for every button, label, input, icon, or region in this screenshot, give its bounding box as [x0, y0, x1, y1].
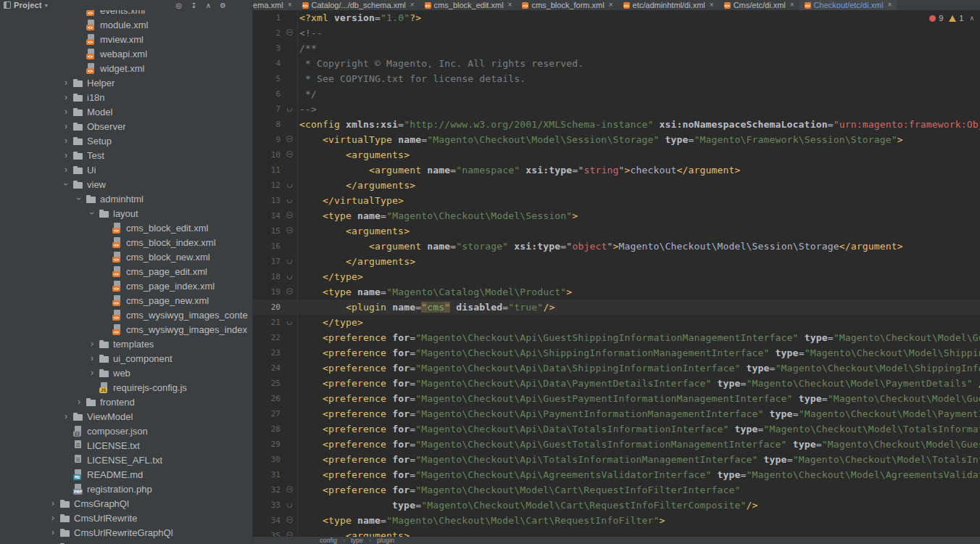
chevron-right-icon[interactable]: ›: [46, 540, 59, 544]
fold-marker[interactable]: [284, 528, 298, 537]
editor-line-10[interactable]: 10 <arguments>: [253, 147, 980, 162]
breadcrumb-item-plugin[interactable]: plugin: [377, 537, 394, 544]
editor-line-20[interactable]: 20 <plugin name="cms" disabled="true"/>: [253, 300, 980, 315]
editor-line-19[interactable]: 19 <type name="Magento\Catalog\Model\Pro…: [253, 284, 980, 300]
locate-file-icon[interactable]: ◎: [176, 1, 183, 9]
editor-tab-checkout-etc-di-xml[interactable]: <>Checkout/etc/di.xml×: [800, 0, 897, 10]
fold-marker[interactable]: [284, 132, 298, 147]
chevron-right-icon[interactable]: ›: [59, 104, 72, 119]
chevron-right-icon[interactable]: ›: [46, 525, 59, 540]
fold-marker[interactable]: [284, 315, 298, 330]
fold-marker[interactable]: [284, 254, 298, 269]
tree-item-registration-php[interactable]: registration.php: [0, 482, 252, 496]
editor-line-33[interactable]: 33 type="Magento\Checkout\Model\Cart\Req…: [253, 498, 980, 513]
chevron-down-icon[interactable]: ›: [59, 178, 73, 191]
editor-tab-cms-block-form-xml[interactable]: <>cms_block_form.xml×: [517, 0, 618, 10]
editor-tab-etc-adminhtml-di-xml[interactable]: <>etc/adminhtml/di.xml×: [618, 0, 719, 10]
fold-marker[interactable]: [284, 482, 298, 498]
editor-line-27[interactable]: 27 <preference for="Magento\Checkout\Api…: [253, 406, 980, 421]
close-icon[interactable]: ×: [609, 1, 613, 9]
tree-item-model[interactable]: ›Model: [0, 104, 252, 119]
editor-line-3[interactable]: 3/**: [253, 41, 980, 56]
editor-line-14[interactable]: 14 <type name="Magento\Checkout\Model\Se…: [253, 208, 980, 223]
tree-item-setup[interactable]: ›Setup: [0, 133, 252, 148]
fold-marker[interactable]: [284, 193, 298, 208]
breadcrumb-item-type[interactable]: type: [351, 537, 363, 544]
tree-item-cms-wysiwyg-images-conte[interactable]: cms_wysiwyg_images_conte: [0, 308, 252, 322]
editor-line-28[interactable]: 28 <preference for="Magento\Checkout\Api…: [253, 421, 980, 437]
editor-line-2[interactable]: 2<!--: [253, 25, 980, 41]
tree-item-ui[interactable]: ›Ui: [0, 162, 252, 177]
tree-item-widget-xml[interactable]: widget.xml: [0, 61, 252, 75]
close-icon[interactable]: ×: [288, 1, 292, 9]
chevron-right-icon[interactable]: ›: [46, 496, 59, 511]
editor-tab-catalog-db-schema-xml[interactable]: <>Catalog/.../db_schema.xml×: [297, 0, 420, 10]
editor-tab-cms-etc-di-xml[interactable]: <>Cms/etc/di.xml×: [719, 0, 800, 10]
editor-line-11[interactable]: 11 <argument name="namespace" xsi:type="…: [253, 162, 980, 178]
editor-line-1[interactable]: 1<?xml version="1.0"?>: [253, 10, 980, 25]
tree-item-cmsurlrewritegraphql[interactable]: ›CmsUrlRewriteGraphQl: [0, 525, 252, 540]
fold-marker[interactable]: [284, 147, 298, 162]
chevron-right-icon[interactable]: ›: [59, 119, 72, 133]
tree-item-readme-md[interactable]: README.md: [0, 467, 252, 482]
editor-line-9[interactable]: 9 <virtualType name="Magento\Checkout\Mo…: [253, 132, 980, 147]
tree-item-cmsurlrewrite[interactable]: ›CmsUrlRewrite: [0, 511, 252, 525]
chevron-right-icon[interactable]: ›: [46, 511, 59, 525]
close-icon[interactable]: ×: [508, 1, 512, 9]
tree-item-mview-xml[interactable]: mview.xml: [0, 32, 252, 46]
tree-item-test[interactable]: ›Test: [0, 148, 252, 162]
inspections-widget[interactable]: 9 1 ∧: [929, 14, 974, 22]
editor-line-30[interactable]: 30 <preference for="Magento\Checkout\Api…: [253, 452, 980, 467]
tree-item-cms-page-new-xml[interactable]: cms_page_new.xml: [0, 293, 252, 308]
editor-line-22[interactable]: 22 <preference for="Magento\Checkout\Api…: [253, 330, 980, 345]
tree-item-config[interactable]: ›Config: [0, 540, 252, 544]
fold-marker[interactable]: [284, 498, 298, 513]
editor-line-7[interactable]: 7-->: [253, 102, 980, 117]
editor-tab-cms-block-edit-xml[interactable]: <>cms_block_edit.xml×: [420, 0, 518, 10]
editor-line-18[interactable]: 18 </type>: [253, 269, 980, 284]
tree-item-license-txt[interactable]: LICENSE.txt: [0, 438, 252, 453]
tree-item-layout[interactable]: ›layout: [0, 206, 252, 221]
editor-line-31[interactable]: 31 <preference for="Magento\Checkout\Api…: [253, 467, 980, 482]
chevron-up-icon[interactable]: ∧: [969, 15, 974, 22]
editor-line-23[interactable]: 23 <preference for="Magento\Checkout\Api…: [253, 345, 980, 360]
editor-line-24[interactable]: 24 <preference for="Magento\Checkout\Api…: [253, 360, 980, 376]
editor-line-4[interactable]: 4 * Copyright © Magento, Inc. All rights…: [253, 56, 980, 71]
tree-item-i18n[interactable]: ›i18n: [0, 90, 252, 104]
chevron-right-icon[interactable]: ›: [59, 148, 72, 162]
tree-item-cms-block-index-xml[interactable]: cms_block_index.xml: [0, 235, 252, 250]
settings-gear-icon[interactable]: ⚙: [220, 1, 226, 9]
fold-marker[interactable]: [284, 269, 298, 284]
chevron-right-icon[interactable]: ›: [86, 337, 99, 351]
close-icon[interactable]: ×: [790, 1, 794, 9]
tree-item-cmsgraphql[interactable]: ›CmsGraphQl: [0, 496, 252, 511]
fold-marker[interactable]: [284, 284, 298, 300]
tree-item-cms-page-index-xml[interactable]: cms_page_index.xml: [0, 279, 252, 293]
editor-line-15[interactable]: 15 <arguments>: [253, 223, 980, 239]
tree-item-license-afl-txt[interactable]: LICENSE_AFL.txt: [0, 453, 252, 467]
close-icon[interactable]: ×: [710, 1, 714, 9]
editor-line-29[interactable]: 29 <preference for="Magento\Checkout\Api…: [253, 437, 980, 452]
editor-tab-schema-xml[interactable]: schema.xml×: [253, 0, 297, 10]
project-panel-title[interactable]: Project: [14, 1, 42, 9]
editor-line-5[interactable]: 5 * See COPYING.txt for license details.: [253, 71, 980, 86]
editor-line-13[interactable]: 13 </virtualType>: [253, 193, 980, 208]
chevron-right-icon[interactable]: ›: [59, 409, 72, 424]
tree-item-viewmodel[interactable]: ›ViewModel: [0, 409, 252, 424]
chevron-right-icon[interactable]: ›: [86, 366, 99, 380]
hide-panel-icon[interactable]: ∧: [206, 1, 211, 9]
editor-line-12[interactable]: 12 </arguments>: [253, 178, 980, 193]
editor-line-8[interactable]: 8<config xmlns:xsi="http://www.w3.org/20…: [253, 117, 980, 132]
fold-marker[interactable]: [284, 102, 298, 117]
editor-line-26[interactable]: 26 <preference for="Magento\Checkout\Api…: [253, 391, 980, 406]
tree-item-events-xml[interactable]: events.xml: [0, 10, 252, 17]
tree-item-cms-wysiwyg-images-index[interactable]: cms_wysiwyg_images_index: [0, 322, 252, 337]
chevron-right-icon[interactable]: ›: [59, 75, 72, 90]
collapse-all-icon[interactable]: ↧: [191, 1, 196, 9]
editor-line-34[interactable]: 34 <type name="Magento\Checkout\Model\Ca…: [253, 513, 980, 528]
chevron-right-icon[interactable]: ›: [59, 90, 72, 104]
tree-item-cms-block-edit-xml[interactable]: cms_block_edit.xml: [0, 221, 252, 235]
chevron-right-icon[interactable]: ›: [59, 162, 72, 177]
tree-item-frontend[interactable]: ›frontend: [0, 395, 252, 409]
chevron-down-icon[interactable]: ›: [85, 207, 99, 220]
